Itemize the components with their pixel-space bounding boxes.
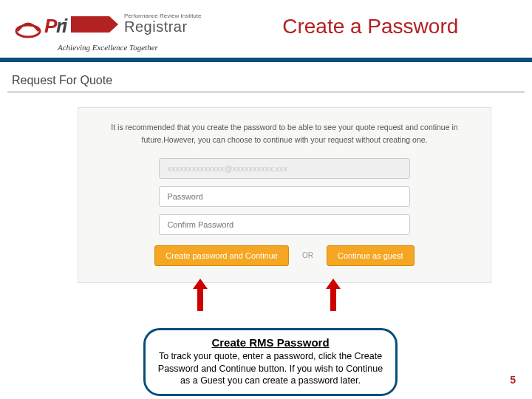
content-area: Request For Quote It is recommended that… — [0, 62, 532, 313]
logo-text-block: Performance Review Institute Registrar — [124, 13, 202, 34]
arrow-up-icon — [330, 287, 336, 311]
button-row: Create password and Continue OR Continue… — [95, 245, 474, 266]
confirm-password-field[interactable] — [159, 214, 409, 235]
pri-logo-icon: P ri — [15, 13, 118, 40]
registrar-wordmark: Registrar — [124, 19, 202, 34]
annotation-arrows — [78, 283, 491, 313]
callout-body: To track your quote, enter a password, c… — [156, 350, 385, 386]
continue-guest-button[interactable]: Continue as guest — [327, 245, 415, 266]
logo-block: P ri Performance Review Institute Regist… — [15, 13, 202, 40]
svg-rect-3 — [71, 16, 109, 33]
create-password-button[interactable]: Create password and Continue — [154, 245, 289, 266]
instruction-callout: Create RMS Password To track your quote,… — [143, 328, 398, 396]
page-number: 5 — [510, 374, 516, 386]
form-instruction: It is recommended that you create the pa… — [95, 121, 474, 146]
callout-title: Create RMS Password — [156, 336, 385, 349]
svg-text:ri: ri — [56, 15, 68, 37]
slide-header: P ri Performance Review Institute Regist… — [0, 0, 532, 46]
email-field[interactable] — [159, 158, 409, 179]
password-field[interactable] — [159, 186, 409, 207]
pri-logo: P ri — [15, 13, 118, 40]
or-separator: OR — [302, 251, 313, 259]
arrow-up-icon — [197, 287, 203, 311]
tagline: Achieving Excellence Together — [58, 43, 158, 52]
slide-title: Create a Password — [202, 15, 518, 38]
password-form: It is recommended that you create the pa… — [78, 107, 491, 283]
section-title: Request For Quote — [7, 71, 525, 92]
